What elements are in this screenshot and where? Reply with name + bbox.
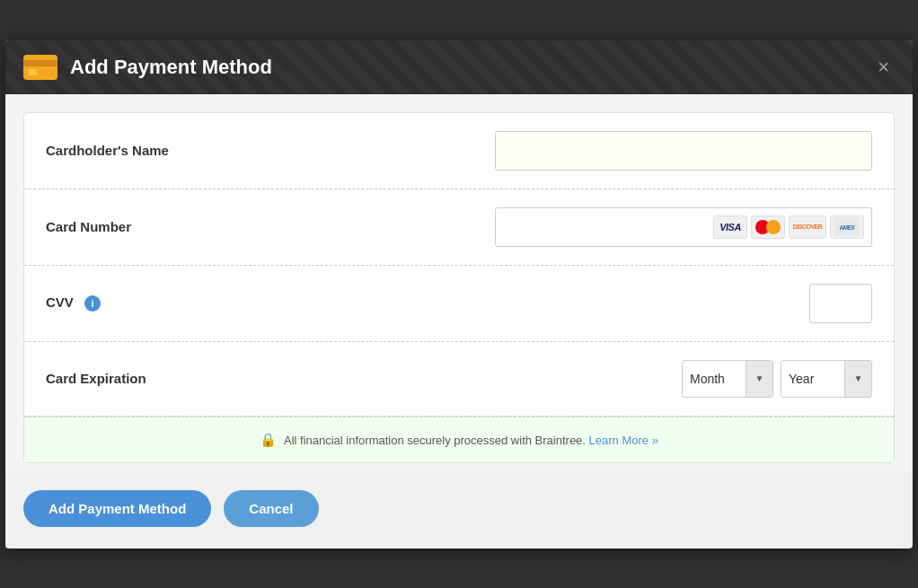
credit-card-icon <box>23 55 57 80</box>
svg-text:AMEX: AMEX <box>840 224 856 230</box>
card-expiration-label: Card Expiration <box>46 371 243 386</box>
cardholder-row: Cardholder's Name <box>24 113 894 189</box>
cvv-input[interactable] <box>809 284 872 323</box>
modal-header-left: Add Payment Method <box>23 55 272 80</box>
month-select-arrow <box>746 361 772 397</box>
card-number-wrapper: VISA DISCOVER AMEX <box>495 207 872 247</box>
expiration-field: Month 01 02 03 04 05 06 07 08 09 <box>243 360 872 398</box>
expiry-wrapper: Month 01 02 03 04 05 06 07 08 09 <box>682 360 872 398</box>
cardholder-label: Cardholder's Name <box>46 143 243 158</box>
year-select[interactable]: Year 2024 2025 2026 2027 2028 2029 2030 <box>781 364 844 393</box>
cvv-label: CVV <box>46 294 74 310</box>
add-payment-modal: Add Payment Method × Cardholder's Name C… <box>5 40 913 549</box>
amex-svg: AMEX <box>834 217 860 237</box>
close-button[interactable]: × <box>872 56 895 79</box>
modal-body: Cardholder's Name Card Number VISA DISCO… <box>5 94 913 472</box>
cvv-info-icon[interactable]: i <box>84 295 101 312</box>
cardholder-input[interactable] <box>495 131 872 171</box>
form-container: Cardholder's Name Card Number VISA DISCO… <box>23 112 895 463</box>
cvv-label-wrapper: CVV i <box>46 294 243 312</box>
learn-more-link[interactable]: Learn More » <box>589 434 658 447</box>
modal-footer: Add Payment Method Cancel <box>5 472 913 549</box>
month-select[interactable]: Month 01 02 03 04 05 06 07 08 09 <box>683 364 746 393</box>
add-payment-button[interactable]: Add Payment Method <box>23 490 211 527</box>
modal-header: Add Payment Method × <box>5 40 913 94</box>
visa-icon: VISA <box>713 215 747 239</box>
cvv-row: CVV i <box>24 266 894 342</box>
month-select-wrapper: Month 01 02 03 04 05 06 07 08 09 <box>682 360 773 398</box>
mastercard-icon <box>751 215 785 239</box>
card-number-row: Card Number VISA DISCOVER AMEX <box>24 189 894 266</box>
card-number-label: Card Number <box>46 219 243 234</box>
amex-icon: AMEX <box>830 215 864 239</box>
card-expiration-row: Card Expiration Month 01 02 03 04 05 <box>24 342 894 417</box>
cvv-field-wrapper <box>243 284 872 323</box>
modal-title: Add Payment Method <box>70 56 272 79</box>
year-select-arrow <box>844 361 871 397</box>
discover-icon: DISCOVER <box>789 215 826 239</box>
modal-overlay: Add Payment Method × Cardholder's Name C… <box>0 0 918 588</box>
security-notice: 🔒 All financial information securely pro… <box>24 417 894 462</box>
cardholder-field <box>243 131 872 171</box>
card-number-field: VISA DISCOVER AMEX <box>243 207 872 247</box>
security-message: All financial information securely proce… <box>284 434 586 447</box>
cancel-button[interactable]: Cancel <box>224 490 318 527</box>
year-select-wrapper: Year 2024 2025 2026 2027 2028 2029 2030 <box>781 360 872 398</box>
lock-icon: 🔒 <box>260 432 277 447</box>
